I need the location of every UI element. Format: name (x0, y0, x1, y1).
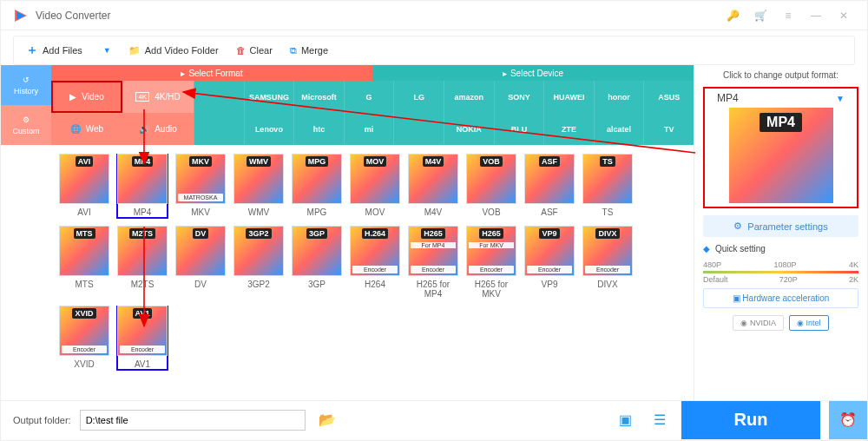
menu-icon[interactable]: ≡ (777, 4, 799, 27)
device-brand[interactable] (194, 113, 244, 145)
format-vp9[interactable]: VP9EncoderVP9 (523, 226, 575, 299)
format-mov[interactable]: MOVMOV (349, 154, 401, 219)
device-brand[interactable]: TV (643, 113, 694, 145)
format-3gp[interactable]: 3GP3GP (291, 226, 343, 299)
gpu-nvidia[interactable]: ◉ NVIDIA (733, 315, 784, 331)
device-brand[interactable]: SONY (494, 81, 544, 113)
output-folder-label: Output folder: (13, 415, 71, 425)
format-thumb: MTS (59, 226, 109, 276)
format-wmv[interactable]: WMVWMV (233, 154, 285, 219)
device-brand[interactable]: SAMSUNG (244, 81, 294, 113)
key-icon[interactable]: 🔑 (721, 4, 744, 27)
format-h264[interactable]: H.264EncoderH264 (349, 226, 401, 299)
format-thumb: H265For MKVEncoder (466, 226, 516, 276)
format-3gp2[interactable]: 3GP23GP2 (233, 226, 285, 299)
device-brand[interactable]: honor (594, 81, 644, 113)
output-folder-input[interactable] (80, 410, 306, 431)
format-thumb: H.264Encoder (350, 226, 400, 276)
format-label: MPG (307, 207, 327, 217)
cart-icon[interactable]: 🛒 (749, 4, 772, 27)
format-thumb: TS (582, 154, 633, 204)
format-avi[interactable]: AVIAVI (58, 154, 110, 219)
folder-icon: 📂 (319, 411, 336, 428)
gpu-intel[interactable]: ◉ Intel (789, 315, 829, 331)
category-web[interactable]: 🌐Web (51, 113, 122, 145)
device-brand[interactable]: G (344, 81, 394, 113)
format-mkv[interactable]: MKVMATROSKAMKV (174, 154, 227, 219)
format-thumb: AVI (59, 154, 109, 204)
format-h265-for-mp4[interactable]: H265For MP4EncoderH265 for MP4 (407, 226, 459, 299)
clear-button[interactable]: 🗑Clear (236, 45, 273, 56)
device-brand[interactable]: HUAWEI (543, 81, 594, 113)
open-folder-button[interactable]: ▣ (612, 409, 638, 431)
format-dv[interactable]: DVDV (174, 226, 227, 299)
format-divx[interactable]: DIVXEncoderDIVX (582, 226, 634, 299)
format-label: H265 for MP4 (407, 280, 459, 299)
format-thumb: MKVMATROSKA (175, 154, 226, 204)
format-label: AVI (77, 207, 90, 217)
app-logo-icon (13, 8, 29, 23)
merge-icon: ⧉ (290, 45, 297, 56)
format-mpg[interactable]: MPGMPG (291, 154, 343, 219)
format-ts[interactable]: TSTS (582, 154, 634, 219)
category-audio[interactable]: 🔊Audio (122, 113, 194, 145)
format-thumb: M2TS (117, 226, 168, 276)
device-brand[interactable]: Lenovo (244, 113, 294, 145)
browse-folder-button[interactable]: 📂 (314, 409, 340, 431)
category-4k-hd[interactable]: 4K4K/HD (122, 81, 194, 113)
device-brand[interactable]: htc (293, 113, 344, 145)
intel-icon: ◉ (797, 319, 804, 327)
device-brand[interactable]: NOKIA (444, 113, 494, 145)
format-m2ts[interactable]: M2TSM2TS (116, 226, 168, 299)
minimize-icon[interactable]: — (805, 4, 827, 27)
format-label: MOV (365, 207, 385, 217)
device-brand[interactable] (393, 113, 444, 145)
format-thumb: VOB (466, 154, 516, 204)
format-label: TS (602, 207, 614, 217)
format-label: H264 (365, 280, 385, 289)
trash-icon: 🗑 (236, 45, 246, 56)
hw-accel-button[interactable]: ▣ Hardware acceleration (703, 288, 858, 308)
format-av1[interactable]: AV1EncoderAV1 (116, 306, 168, 371)
device-brand[interactable] (194, 81, 244, 113)
tab-select-device[interactable]: ▸Select Device (372, 65, 694, 81)
device-brand[interactable]: ZTE (543, 113, 594, 145)
format-h265-for-mkv[interactable]: H265For MKVEncoderH265 for MKV (465, 226, 517, 299)
custom-button[interactable]: ⚙Custom (1, 105, 51, 145)
history-button[interactable]: ↺History (1, 65, 51, 105)
format-thumb: DIVXEncoder (582, 226, 633, 276)
device-brand[interactable]: LG (393, 81, 444, 113)
output-hint: Click to change output format: (703, 70, 858, 80)
device-brand[interactable]: alcatel (594, 113, 644, 145)
tab-select-format[interactable]: ▸Select Format (51, 65, 372, 81)
format-label: VOB (482, 207, 500, 217)
gpu-selector: ◉ NVIDIA ◉ Intel (703, 315, 858, 331)
format-xvid[interactable]: XVIDEncoderXVID (58, 306, 110, 371)
add-files-button[interactable]: ＋Add Files▼ (26, 43, 111, 58)
quick-setting-label: ◆Quick setting (703, 244, 858, 253)
device-brand[interactable]: ASUS (643, 81, 694, 113)
output-format-preview[interactable]: MP4▼ MP4 (703, 87, 858, 208)
format-thumb: AV1Encoder (117, 306, 168, 356)
format-m4v[interactable]: M4VM4V (407, 154, 459, 219)
format-mts[interactable]: MTSMTS (58, 226, 110, 299)
merge-button[interactable]: ⧉Merge (290, 45, 328, 56)
format-vob[interactable]: VOBVOB (465, 154, 517, 219)
device-brand[interactable]: BLU (494, 113, 544, 145)
list-button[interactable]: ☰ (647, 409, 673, 431)
schedule-button[interactable]: ⏰ (829, 401, 867, 439)
close-icon[interactable]: ✕ (832, 4, 855, 27)
chevron-down-icon: ▼ (836, 94, 845, 103)
add-folder-button[interactable]: 📁Add Video Folder (128, 45, 219, 56)
format-thumb: H265For MP4Encoder (408, 226, 458, 276)
format-asf[interactable]: ASFASF (523, 154, 575, 219)
category-video[interactable]: ▶Video (51, 81, 122, 113)
device-brand[interactable]: Microsoft (293, 81, 344, 113)
device-brand[interactable]: mi (344, 113, 394, 145)
quick-setting-slider[interactable]: 480P1080P4K Default720P2K (703, 260, 858, 281)
run-button[interactable]: Run (681, 401, 820, 439)
history-icon: ↺ (23, 76, 30, 84)
format-mp4[interactable]: MP4MP4 (116, 154, 168, 219)
device-brand[interactable]: amazon (444, 81, 494, 113)
parameter-settings-button[interactable]: ⚙Parameter settings (703, 215, 858, 237)
